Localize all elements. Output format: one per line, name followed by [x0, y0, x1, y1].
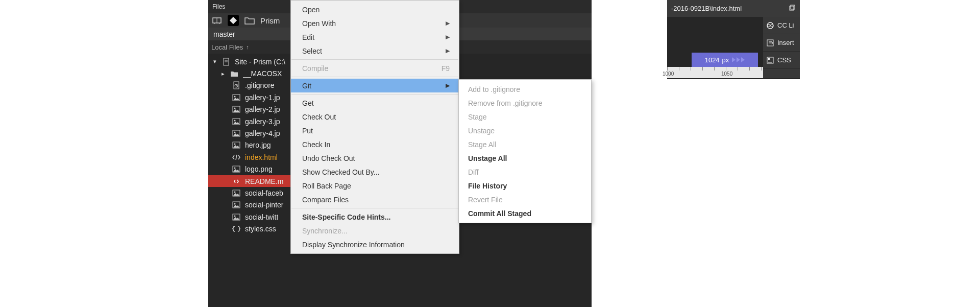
- image-icon: [232, 93, 241, 102]
- chevron-right-icon: ▶: [446, 34, 450, 40]
- submenu-item: Add to .gitignore: [459, 82, 591, 96]
- image-icon: [232, 200, 241, 209]
- submenu-item: Revert File: [459, 193, 591, 206]
- submenu-item-label: Revert File: [468, 196, 503, 204]
- tree-item-label: social-pinter: [245, 201, 283, 209]
- tree-item-label: gallery-1.jp: [245, 93, 280, 102]
- menu-item[interactable]: Roll Back Page: [291, 179, 459, 193]
- files-panel-title[interactable]: Files: [212, 3, 225, 10]
- viewport-size-badge[interactable]: 1024 px: [692, 53, 758, 67]
- menu-item-label: Select: [302, 47, 322, 55]
- tree-item-label: hero.jpg: [245, 141, 271, 149]
- menu-item[interactable]: Check In: [291, 137, 459, 151]
- menu-item-label: Git: [302, 82, 311, 90]
- cc-libraries-panel-btn[interactable]: CC Li: [763, 17, 800, 34]
- svg-point-15: [234, 120, 236, 121]
- menu-item[interactable]: Open With▶: [291, 16, 459, 30]
- menu-item[interactable]: Put: [291, 124, 459, 137]
- insert-panel-btn[interactable]: Insert: [763, 34, 800, 52]
- menu-item[interactable]: Site-Specific Code Hints...: [291, 210, 459, 224]
- viewport-width: 1024: [705, 56, 720, 64]
- svg-point-21: [234, 168, 236, 169]
- dup-icon[interactable]: [789, 4, 796, 13]
- chevron-right-icon: ▶: [446, 48, 450, 54]
- chevron-down-icon: ▾: [212, 58, 217, 65]
- menu-item-label: Compile: [302, 64, 328, 73]
- folder-icon: [230, 69, 239, 78]
- menu-item-label: Synchronize...: [302, 227, 348, 235]
- image-icon: [232, 164, 241, 174]
- site-name[interactable]: Prism: [260, 16, 280, 25]
- document-area: -2016-0921B\index.html 1024 px 1000 1050: [667, 0, 800, 79]
- menu-item-label: Display Synchronize Information: [302, 241, 405, 249]
- panel-label: CC Li: [777, 21, 794, 29]
- svg-rect-4: [230, 17, 237, 24]
- menu-item-label: Check In: [302, 140, 330, 149]
- folder-icon[interactable]: [244, 15, 255, 26]
- menu-item[interactable]: Check Out: [291, 110, 459, 124]
- menu-item-label: Edit: [302, 33, 314, 41]
- menu-item[interactable]: Get: [291, 96, 459, 110]
- menu-item-label: Site-Specific Code Hints...: [302, 213, 390, 221]
- document-tab[interactable]: -2016-0921B\index.html: [671, 5, 742, 12]
- document-tab-bar: -2016-0921B\index.html: [667, 0, 800, 17]
- local-files-label: Local Files: [211, 43, 243, 51]
- menu-item[interactable]: Show Checked Out By...: [291, 165, 459, 179]
- submenu-item: Stage: [459, 110, 591, 124]
- tick-label: 1050: [721, 71, 732, 77]
- menu-item: CompileF9: [291, 61, 459, 75]
- menu-item[interactable]: Compare Files: [291, 193, 459, 206]
- menu-item[interactable]: Select▶: [291, 44, 459, 58]
- git-submenu: Add to .gitignoreRemove from .gitignoreS…: [458, 79, 592, 223]
- viewport-unit: px: [722, 56, 729, 64]
- menu-item-label: Roll Back Page: [302, 182, 351, 190]
- menu-item[interactable]: Display Synchronize Information: [291, 238, 459, 251]
- tree-item-label: social-twitt: [245, 213, 278, 221]
- image-icon: [232, 140, 241, 150]
- diamond-icon[interactable]: [228, 15, 239, 26]
- svg-rect-30: [791, 5, 795, 9]
- submenu-item-label: Stage All: [468, 140, 496, 149]
- file-context-menu: OpenOpen With▶Edit▶Select▶CompileF9Git▶G…: [290, 0, 459, 254]
- menu-item[interactable]: Git▶: [291, 79, 459, 92]
- submenu-item[interactable]: File History: [459, 179, 591, 193]
- svg-point-36: [771, 24, 773, 27]
- css-icon: [232, 224, 241, 233]
- submenu-item: Remove from .gitignore: [459, 96, 591, 110]
- submenu-item-label: Remove from .gitignore: [468, 99, 543, 107]
- css-icon: [766, 56, 774, 64]
- menu-item: Synchronize...: [291, 224, 459, 238]
- submenu-item-label: Stage: [468, 113, 487, 121]
- submenu-item[interactable]: Unstage All: [459, 151, 591, 165]
- html-icon: [232, 153, 241, 162]
- show-site-view-icon[interactable]: [211, 15, 223, 26]
- tree-item-label: logo.png: [245, 165, 273, 173]
- svg-point-11: [234, 96, 236, 97]
- menu-item-label: Open: [302, 6, 320, 14]
- chevron-right-icon: ▸: [220, 70, 226, 77]
- menu-item[interactable]: Open: [291, 3, 459, 16]
- tree-item-label: README.m: [245, 177, 283, 185]
- tree-item-label: styles.css: [245, 225, 276, 233]
- submenu-item-label: Commit All Staged: [468, 209, 531, 218]
- image-icon: [232, 188, 241, 198]
- svg-point-13: [234, 108, 236, 109]
- menu-shortcut: F9: [442, 64, 450, 73]
- svg-rect-39: [768, 58, 770, 60]
- image-icon: [232, 105, 241, 114]
- css-panel-btn[interactable]: CSS: [763, 52, 800, 69]
- submenu-item[interactable]: Commit All Staged: [459, 206, 591, 220]
- gitignore-icon: [232, 81, 241, 90]
- tree-item-label: __MACOSX: [243, 69, 282, 78]
- svg-rect-29: [790, 6, 794, 10]
- menu-item-label: Compare Files: [302, 196, 349, 204]
- chevron-right-icon: ▶: [446, 20, 450, 27]
- tree-root-label: Site - Prism (C:\: [235, 58, 285, 66]
- menu-item-label: Check Out: [302, 113, 336, 121]
- menu-item[interactable]: Edit▶: [291, 30, 459, 44]
- resize-arrows-icon: [731, 57, 745, 62]
- menu-item[interactable]: Undo Check Out: [291, 151, 459, 165]
- submenu-item-label: Unstage: [468, 127, 495, 135]
- menu-item-label: Put: [302, 127, 313, 135]
- image-icon: [232, 117, 241, 126]
